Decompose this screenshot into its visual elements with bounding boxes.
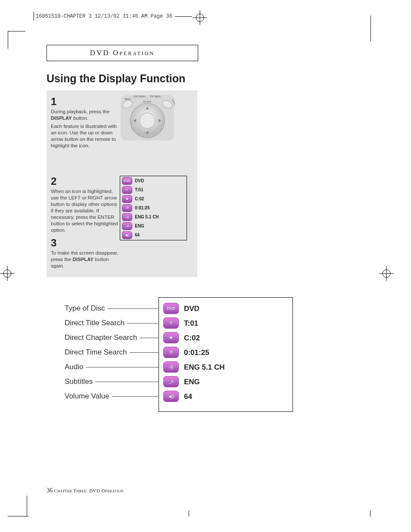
subtitle-icon: _A (163, 376, 179, 387)
osd-value: 64 (184, 393, 192, 400)
osd-label-column: Type of Disc Direct Title Search Direct … (65, 301, 159, 403)
chapter-icon: ✱ (122, 195, 132, 203)
volume-icon: ◀)) (122, 231, 132, 239)
step-text: Each feature is illustrated with an icon… (51, 123, 120, 149)
audio-icon: ♪)) (163, 361, 179, 373)
text: button. (72, 115, 88, 121)
remote-label-slow: SLOW► (143, 100, 152, 103)
osd-value: DVD (184, 305, 199, 312)
leader-line (130, 352, 159, 353)
print-header-text: 16061510-CHAPTER 3 12/13/02 11:46 AM Pag… (36, 14, 172, 19)
registration-mark-icon (193, 10, 207, 25)
text-bold: DISPLAY (73, 257, 94, 262)
registration-mark-icon (379, 266, 394, 281)
osd-row: ✱C:02 (120, 194, 187, 203)
osd-value: C:02 (184, 334, 200, 342)
remote-label-disc: DISC MENU (134, 95, 146, 98)
crop-mark (189, 510, 189, 516)
osd-row: ◀))64 (163, 389, 288, 404)
page-number: 36 (47, 487, 53, 494)
osd-row: ♪))ENG 5.1 CH (163, 360, 288, 374)
osd-row: _AENG (120, 221, 187, 230)
osd-value: ENG 5.1 CH (135, 215, 159, 219)
osd-row: _AENG (163, 374, 288, 389)
osd-value: T:01 (184, 320, 198, 327)
osd-value: DVD (135, 179, 144, 183)
page-footer: 36 Chapter Three: DVD Operation (47, 488, 124, 494)
osd-row: ✱C:02 (163, 330, 288, 345)
osd-value: T:01 (135, 188, 143, 192)
osd-row: ⏱0:01:25 (163, 345, 288, 360)
osd-value: ENG (135, 224, 144, 228)
step-text: To make the screen disappear, press the … (51, 250, 120, 269)
subtitle-icon: _A (122, 222, 132, 230)
title-icon: T (122, 186, 132, 194)
osd-row: ♪))ENG 5.1 CH (120, 212, 187, 221)
clock-icon: ⏱ (122, 204, 132, 212)
remote-illustration: MENU DISC MENU TOP MENU DISPLAY SLOW► (120, 94, 175, 141)
title-icon: T (163, 317, 179, 329)
step-text: When an icon is highlighted, use the LEF… (51, 188, 121, 233)
osd-row: ⏱0:01:25 (120, 203, 187, 212)
label: Audio (65, 363, 83, 370)
svg-point-11 (140, 113, 155, 128)
osd-row: DVDDVD (163, 301, 288, 316)
crop-mark (371, 16, 371, 41)
disc-icon: DVD (122, 177, 132, 185)
step-text: During playback, press the DISPLAY butto… (51, 109, 120, 121)
leader-line (95, 382, 159, 382)
footer-chapter: Chapter Three: DVD Operation (54, 488, 124, 493)
chapter-icon: ✱ (163, 332, 179, 343)
osd-label-row: Direct Title Search (65, 315, 159, 330)
section-title: DVD Operation (90, 49, 155, 57)
osd-row: TT:01 (163, 316, 288, 330)
crop-mark (8, 516, 28, 516)
text: During playback, press the (51, 109, 109, 114)
label: Direct Chapter Search (65, 334, 137, 341)
label: Subtitles (65, 378, 93, 385)
leader-line (112, 396, 159, 397)
disc-icon: DVD (163, 303, 179, 314)
osd-label-row: Subtitles (65, 374, 159, 389)
osd-row: ◀))64 (120, 230, 187, 240)
leader-line (108, 308, 159, 309)
osd-value: ENG (184, 378, 200, 386)
osd-value: 64 (135, 233, 140, 237)
leader-line (140, 338, 159, 338)
section-title-box: DVD Operation (47, 45, 198, 61)
text-bold: DISPLAY (51, 115, 72, 121)
page: 16061510-CHAPTER 3 12/13/02 11:46 AM Pag… (0, 0, 411, 532)
label: Direct Title Search (65, 319, 125, 327)
osd-large-panel: DVDDVD TT:01 ✱C:02 ⏱0:01:25 ♪))ENG 5.1 C… (159, 297, 293, 412)
clock-icon: ⏱ (163, 347, 179, 358)
remote-label-menu: MENU (125, 98, 131, 100)
registration-mark-icon (0, 266, 15, 281)
osd-label-row: Type of Disc (65, 301, 159, 315)
label: Volume Value (65, 392, 109, 400)
osd-label-row: Volume Value (65, 389, 159, 403)
osd-label-row: Direct Chapter Search (65, 330, 159, 345)
leader-line (86, 367, 159, 367)
osd-label-row: Direct Time Search (65, 345, 159, 359)
print-header: 16061510-CHAPTER 3 12/13/02 11:46 AM Pag… (34, 12, 192, 21)
osd-value: 0:01:25 (184, 349, 209, 356)
page-title: Using the Display Function (47, 73, 185, 84)
crop-mark (27, 496, 27, 516)
label: Type of Disc (65, 305, 105, 312)
leader-line (127, 323, 159, 324)
osd-label-row: Audio (65, 359, 159, 374)
osd-value: ENG 5.1 CH (184, 364, 224, 371)
osd-small-panel: DVDDVD TT:01 ✱C:02 ⏱0:01:25 ♪))ENG 5.1 C… (120, 176, 187, 240)
crop-mark (8, 31, 25, 49)
osd-row: TT:01 (120, 185, 187, 194)
osd-value: 0:01:25 (135, 206, 149, 210)
remote-label-top: TOP MENU (149, 95, 161, 98)
label: Direct Time Search (65, 348, 127, 356)
audio-icon: ♪)) (122, 213, 132, 221)
crop-mark (370, 510, 371, 516)
osd-value: C:02 (135, 197, 144, 201)
print-header-rule (175, 16, 192, 17)
volume-icon: ◀)) (163, 391, 179, 402)
osd-row: DVDDVD (120, 176, 187, 185)
